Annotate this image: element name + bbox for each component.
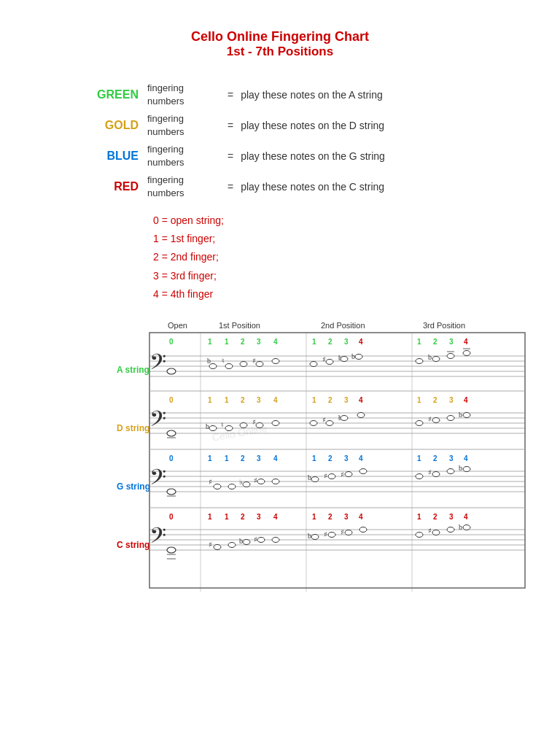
svg-text:1: 1	[417, 338, 421, 346]
svg-text:b: b	[308, 473, 311, 481]
legend-row: BLUEfingering numbers=play these notes o…	[88, 142, 516, 170]
svg-text:1: 1	[225, 396, 229, 404]
svg-text:b: b	[351, 352, 355, 360]
finger-number-item: 2 = 2nd finger;	[153, 248, 516, 266]
legend-desc: play these notes on the G string	[241, 150, 385, 162]
svg-point-167	[243, 539, 250, 544]
svg-text:0: 0	[169, 396, 174, 404]
svg-point-47	[447, 353, 454, 358]
svg-text:3: 3	[449, 396, 454, 404]
svg-text:1: 1	[312, 454, 316, 462]
svg-text:A string: A string	[117, 365, 149, 375]
svg-rect-184	[149, 333, 525, 588]
svg-text:1: 1	[208, 338, 212, 346]
svg-text:4: 4	[359, 454, 363, 462]
svg-text:3: 3	[257, 454, 261, 462]
chart-section: Open 1st Position 2nd Position 3rd Posit…	[80, 318, 532, 598]
svg-text:2: 2	[433, 454, 438, 462]
svg-point-119	[214, 484, 221, 489]
svg-text:Open: Open	[168, 321, 187, 330]
svg-point-72	[167, 430, 176, 436]
svg-point-49	[463, 350, 470, 355]
svg-text:♯: ♯	[209, 541, 212, 549]
svg-text:4: 4	[273, 513, 278, 521]
sub-title: 1st - 7th Positions	[44, 44, 516, 59]
svg-text:♯: ♯	[254, 535, 257, 543]
svg-text:2: 2	[328, 454, 332, 462]
svg-text:2: 2	[241, 338, 245, 346]
svg-text:1: 1	[208, 513, 212, 521]
svg-point-35	[256, 361, 263, 366]
svg-text:1: 1	[208, 396, 212, 404]
svg-text:1: 1	[312, 396, 316, 404]
svg-text:1: 1	[417, 396, 421, 404]
svg-text:2: 2	[328, 396, 332, 404]
svg-text:♯: ♯	[428, 415, 432, 423]
legend-color-label: GOLD	[88, 119, 139, 132]
svg-text:2: 2	[328, 513, 332, 521]
svg-point-176	[345, 530, 352, 535]
svg-point-169	[257, 537, 265, 542]
legend-row: REDfingering numbers=play these notes on…	[88, 173, 516, 201]
svg-point-183	[463, 525, 470, 530]
svg-text:1: 1	[225, 454, 229, 462]
svg-text:2: 2	[241, 513, 245, 521]
svg-point-138	[463, 466, 470, 471]
svg-text:b: b	[459, 411, 462, 419]
svg-text:C string: C string	[117, 540, 149, 550]
svg-text:3: 3	[344, 338, 349, 346]
svg-point-116	[167, 489, 176, 495]
legend-eq: =	[228, 120, 233, 131]
svg-point-41	[341, 356, 348, 361]
svg-text:2: 2	[433, 513, 438, 521]
finger-number-item: 3 = 3rd finger;	[153, 267, 516, 285]
svg-text:4: 4	[359, 513, 363, 521]
legend-row: GREENfingering numbers=play these notes …	[88, 81, 516, 109]
svg-text:b: b	[428, 353, 432, 361]
svg-point-136	[447, 468, 454, 473]
svg-point-129	[328, 473, 335, 479]
svg-text:♮: ♮	[222, 357, 225, 365]
svg-text:4: 4	[273, 454, 278, 462]
legend-eq: =	[228, 150, 233, 162]
svg-point-165	[228, 542, 236, 547]
svg-text:0: 0	[169, 454, 174, 462]
svg-point-135	[432, 471, 440, 476]
svg-text:♯: ♯	[341, 471, 344, 479]
svg-text:b: b	[207, 357, 211, 365]
svg-text:1: 1	[417, 454, 421, 462]
svg-point-125	[272, 479, 279, 484]
svg-point-131	[345, 471, 352, 476]
svg-text:3: 3	[257, 396, 261, 404]
svg-text:3: 3	[449, 513, 454, 521]
finger-number-item: 0 = open string;	[153, 212, 516, 230]
svg-point-28	[167, 368, 176, 374]
legend-section: GREENfingering numbers=play these notes …	[88, 81, 516, 201]
svg-text:1: 1	[225, 513, 229, 521]
svg-point-124	[257, 479, 265, 484]
svg-text:2: 2	[328, 338, 332, 346]
fingering-chart-svg: Open 1st Position 2nd Position 3rd Posit…	[80, 318, 554, 595]
svg-text:3: 3	[449, 338, 454, 346]
legend-desc: play these notes on the A string	[241, 89, 383, 101]
svg-text:♯: ♯	[252, 357, 256, 365]
svg-text:♮: ♮	[221, 421, 224, 429]
svg-text:♯: ♯	[341, 528, 344, 536]
legend-fingering-text: fingering numbers	[147, 143, 206, 169]
svg-point-127	[311, 476, 319, 481]
svg-text:♯: ♯	[428, 527, 432, 535]
svg-point-75	[209, 425, 217, 430]
svg-text:1st Position: 1st Position	[219, 321, 260, 330]
svg-text:4: 4	[464, 513, 468, 521]
svg-point-160	[167, 547, 176, 553]
svg-text:2: 2	[241, 454, 245, 462]
svg-point-32	[225, 363, 233, 368]
legend-color-label: GREEN	[88, 88, 139, 101]
svg-text:♯: ♯	[254, 476, 257, 484]
svg-text:4: 4	[273, 396, 278, 404]
svg-text:𝄢: 𝄢	[149, 350, 166, 379]
svg-text:3: 3	[344, 454, 349, 462]
svg-text:b: b	[308, 532, 311, 540]
svg-point-84	[326, 420, 333, 425]
svg-text:3: 3	[449, 454, 454, 462]
